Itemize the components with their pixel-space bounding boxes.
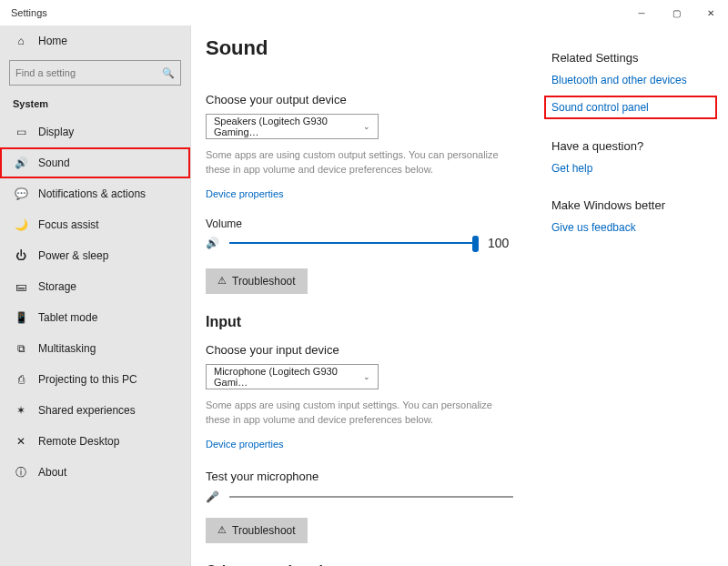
page-title: Sound [206, 36, 513, 60]
sidebar-item-projecting[interactable]: ⎙ Projecting to this PC [0, 364, 190, 395]
input-device-value: Microphone (Logitech G930 Gami… [214, 366, 363, 388]
sidebar-home[interactable]: ⌂ Home [0, 25, 190, 56]
projecting-icon: ⎙ [13, 373, 29, 386]
sidebar-item-label: Display [38, 126, 74, 138]
sidebar-item-shared[interactable]: ✶ Shared experiences [0, 395, 190, 426]
input-header: Input [206, 314, 513, 330]
shared-icon: ✶ [13, 404, 29, 417]
window-title: Settings [0, 7, 47, 18]
volume-slider[interactable] [229, 242, 479, 244]
search-field[interactable] [15, 67, 162, 78]
sidebar-item-label: Shared experiences [38, 404, 136, 417]
maximize-button[interactable]: ▢ [659, 0, 693, 25]
sidebar-item-multitasking[interactable]: ⧉ Multitasking [0, 333, 190, 364]
sidebar-item-label: Remote Desktop [38, 435, 119, 448]
related-settings-header: Related Settings [551, 51, 715, 65]
chevron-down-icon: ⌄ [363, 122, 370, 131]
sidebar-item-power[interactable]: ⏻ Power & sleep [0, 240, 190, 271]
home-icon: ⌂ [13, 35, 29, 47]
sidebar-item-label: Projecting to this PC [38, 373, 137, 386]
warning-icon: ⚠ [217, 275, 227, 287]
volume-value: 100 [488, 236, 513, 250]
sidebar-item-label: Power & sleep [38, 249, 108, 262]
output-device-label: Choose your output device [206, 93, 513, 106]
input-device-desc: Some apps are using custom input setting… [206, 399, 513, 428]
search-icon: 🔍 [162, 67, 175, 79]
question-header: Have a question? [551, 139, 715, 153]
output-device-value: Speakers (Logitech G930 Gaming… [214, 116, 363, 137]
power-icon: ⏻ [13, 249, 29, 262]
sidebar-item-storage[interactable]: 🖴 Storage [0, 271, 190, 302]
test-mic-meter [229, 496, 513, 498]
sidebar-item-label: Multitasking [38, 342, 96, 355]
output-troubleshoot-button[interactable]: ⚠ Troubleshoot [206, 268, 308, 294]
sidebar-item-tablet[interactable]: 📱 Tablet mode [0, 302, 190, 333]
sidebar-item-remote[interactable]: ✕ Remote Desktop [0, 426, 190, 457]
output-device-desc: Some apps are using custom output settin… [206, 148, 513, 177]
sound-control-panel-link[interactable]: Sound control panel [546, 97, 715, 117]
input-device-props-link[interactable]: Device properties [206, 439, 284, 450]
display-icon: ▭ [13, 126, 29, 138]
sidebar: ⌂ Home 🔍 System ▭ Display 🔊 Sound 💬 Noti… [0, 25, 191, 566]
home-label: Home [38, 35, 67, 47]
input-troubleshoot-button[interactable]: ⚠ Troubleshoot [206, 518, 308, 543]
focus-icon: 🌙 [13, 218, 29, 231]
tablet-icon: 📱 [13, 311, 29, 324]
feedback-header: Make Windows better [551, 198, 715, 212]
get-help-link[interactable]: Get help [551, 162, 715, 175]
sidebar-item-label: Storage [38, 280, 76, 293]
test-mic-row: 🎤 [206, 490, 513, 503]
bluetooth-link[interactable]: Bluetooth and other devices [551, 74, 715, 86]
notifications-icon: 💬 [13, 187, 29, 200]
right-rail: Related Settings Bluetooth and other dev… [551, 51, 715, 245]
volume-row: 🔊 100 [206, 236, 513, 250]
sidebar-item-label: Notifications & actions [38, 187, 146, 200]
chevron-down-icon: ⌄ [363, 372, 370, 381]
sound-icon: 🔊 [13, 157, 29, 169]
sidebar-group: System [0, 96, 190, 116]
sidebar-item-label: Tablet mode [38, 311, 97, 324]
close-button[interactable]: ✕ [693, 0, 728, 25]
troubleshoot-label: Troubleshoot [232, 524, 296, 537]
volume-thumb[interactable] [472, 236, 479, 252]
troubleshoot-label: Troubleshoot [232, 275, 296, 288]
minimize-button[interactable]: ─ [624, 0, 659, 25]
sidebar-item-sound[interactable]: 🔊 Sound [0, 147, 190, 178]
speaker-icon: 🔊 [206, 237, 220, 249]
multitasking-icon: ⧉ [13, 342, 29, 355]
sidebar-item-label: Sound [38, 157, 70, 169]
test-mic-label: Test your microphone [206, 470, 513, 483]
search-input[interactable]: 🔍 [9, 60, 181, 86]
about-icon: ⓘ [13, 465, 29, 480]
storage-icon: 🖴 [13, 280, 29, 293]
main-content: Sound Choose your output device Speakers… [191, 25, 528, 566]
sidebar-item-notifications[interactable]: 💬 Notifications & actions [0, 178, 190, 209]
input-device-label: Choose your input device [206, 343, 513, 357]
warning-icon: ⚠ [217, 524, 227, 536]
microphone-icon: 🎤 [206, 490, 220, 503]
input-device-select[interactable]: Microphone (Logitech G930 Gami… ⌄ [206, 364, 379, 389]
sidebar-item-about[interactable]: ⓘ About [0, 457, 190, 488]
volume-label: Volume [206, 217, 513, 230]
output-device-props-link[interactable]: Device properties [206, 188, 284, 199]
sidebar-item-focus-assist[interactable]: 🌙 Focus assist [0, 209, 190, 240]
sidebar-item-display[interactable]: ▭ Display [0, 116, 190, 147]
remote-icon: ✕ [13, 435, 29, 448]
sidebar-item-label: Focus assist [38, 218, 99, 231]
titlebar: Settings ─ ▢ ✕ [0, 0, 728, 25]
output-device-select[interactable]: Speakers (Logitech G930 Gaming… ⌄ [206, 114, 379, 139]
sidebar-item-label: About [38, 466, 66, 479]
feedback-link[interactable]: Give us feedback [551, 221, 715, 234]
